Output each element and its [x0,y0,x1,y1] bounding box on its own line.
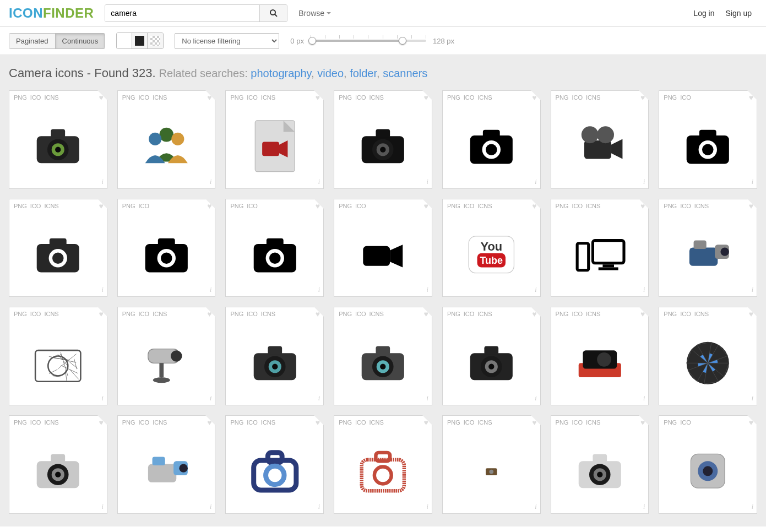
format-ico[interactable]: ICO [572,203,583,209]
format-png[interactable]: PNG [339,203,352,209]
icon-card[interactable]: PNGICOICNS♥i [9,415,107,514]
related-link[interactable]: video [317,67,344,79]
favorite-icon[interactable]: ♥ [316,310,320,318]
favorite-icon[interactable]: ♥ [424,93,428,102]
format-png[interactable]: PNG [339,419,352,426]
continuous-button[interactable]: Continuous [56,34,105,48]
format-png[interactable]: PNG [14,311,27,317]
format-icns[interactable]: ICNS [370,94,384,101]
related-link[interactable]: photography [251,67,311,79]
info-icon[interactable]: i [318,394,320,403]
icon-card[interactable]: PNGICOICNS♥i [9,307,107,405]
favorite-icon[interactable]: ♥ [532,310,536,318]
icon-preview[interactable] [551,213,649,297]
icon-card[interactable]: PNGICO♥i [659,90,757,189]
browse-dropdown[interactable]: Browse [298,9,331,18]
format-png[interactable]: PNG [664,203,677,209]
format-ico[interactable]: ICO [139,311,150,317]
icon-card[interactable]: PNGICOICNS♥i [551,307,649,405]
format-icns[interactable]: ICNS [586,311,600,317]
icon-card[interactable]: PNGICOICNS♥i [551,199,649,297]
favorite-icon[interactable]: ♥ [532,418,536,427]
icon-preview[interactable] [9,429,107,513]
format-png[interactable]: PNG [122,419,135,426]
format-png[interactable]: PNG [447,94,460,101]
favorite-icon[interactable]: ♥ [424,202,428,210]
favorite-icon[interactable]: ♥ [640,93,645,102]
format-icns[interactable]: ICNS [44,311,58,317]
icon-card[interactable]: PNGICOICNS♥i [334,307,432,405]
icon-preview[interactable] [443,321,540,405]
favorite-icon[interactable]: ♥ [207,202,211,210]
icon-card[interactable]: PNGICOICNS♥i [659,307,757,405]
format-png[interactable]: PNG [14,419,27,426]
icon-preview[interactable] [118,104,215,188]
icon-preview[interactable]: YouTube [443,213,540,297]
format-png[interactable]: PNG [122,94,135,101]
icon-card[interactable]: PNGICOICNS♥i [117,307,216,405]
bg-white-button[interactable] [117,33,132,48]
format-png[interactable]: PNG [664,94,677,101]
format-ico[interactable]: ICO [139,419,150,426]
format-png[interactable]: PNG [447,203,460,209]
format-icns[interactable]: ICNS [586,203,600,209]
favorite-icon[interactable]: ♥ [749,310,753,318]
format-ico[interactable]: ICO [680,203,691,209]
favorite-icon[interactable]: ♥ [424,310,428,318]
format-png[interactable]: PNG [14,203,27,209]
search-input[interactable] [105,5,259,21]
favorite-icon[interactable]: ♥ [99,418,103,427]
icon-preview[interactable] [659,429,757,513]
format-icns[interactable]: ICNS [586,419,600,426]
format-png[interactable]: PNG [14,94,27,101]
info-icon[interactable]: i [535,286,536,294]
icon-card[interactable]: PNGICOICNS♥i [225,307,324,405]
favorite-icon[interactable]: ♥ [640,310,645,318]
format-icns[interactable]: ICNS [477,94,492,101]
format-png[interactable]: PNG [556,94,569,101]
info-icon[interactable]: i [752,394,753,403]
icon-card[interactable]: PNGICOICNS♥i [551,415,649,514]
icon-preview[interactable] [9,321,107,405]
format-png[interactable]: PNG [122,311,135,317]
size-slider-min-knob[interactable] [308,37,316,45]
info-icon[interactable]: i [210,178,211,186]
search-button[interactable] [259,5,287,21]
favorite-icon[interactable]: ♥ [207,310,211,318]
icon-card[interactable]: PNGICOICNS♥i [551,90,649,189]
format-png[interactable]: PNG [122,203,135,209]
icon-preview[interactable] [551,429,649,513]
favorite-icon[interactable]: ♥ [749,93,753,102]
icon-preview[interactable] [334,104,432,188]
format-ico[interactable]: ICO [30,94,41,101]
icon-preview[interactable] [226,104,323,188]
info-icon[interactable]: i [535,178,536,186]
format-png[interactable]: PNG [447,419,460,426]
info-icon[interactable]: i [427,178,428,186]
icon-card[interactable]: PNGICOICNS♥i [225,415,324,514]
info-icon[interactable]: i [427,394,428,403]
favorite-icon[interactable]: ♥ [99,93,103,102]
info-icon[interactable]: i [101,286,103,294]
format-png[interactable]: PNG [664,419,677,426]
bg-black-button[interactable] [132,33,148,48]
icon-preview[interactable] [443,429,540,513]
icon-card[interactable]: PNGICOICNS♥i [225,90,324,189]
format-ico[interactable]: ICO [355,419,366,426]
format-ico[interactable]: ICO [572,419,583,426]
icon-card[interactable]: PNGICOICNS♥i [659,199,757,297]
favorite-icon[interactable]: ♥ [640,418,645,427]
info-icon[interactable]: i [318,503,320,511]
info-icon[interactable]: i [318,286,320,294]
format-icns[interactable]: ICNS [261,419,275,426]
icon-preview[interactable] [226,321,323,405]
icon-preview[interactable] [659,321,757,405]
favorite-icon[interactable]: ♥ [99,310,103,318]
paginated-button[interactable]: Paginated [9,34,56,48]
bg-transparent-button[interactable] [148,33,163,48]
favorite-icon[interactable]: ♥ [99,202,103,210]
icon-preview[interactable] [226,213,323,297]
format-png[interactable]: PNG [447,311,460,317]
format-png[interactable]: PNG [556,311,569,317]
info-icon[interactable]: i [535,503,536,511]
